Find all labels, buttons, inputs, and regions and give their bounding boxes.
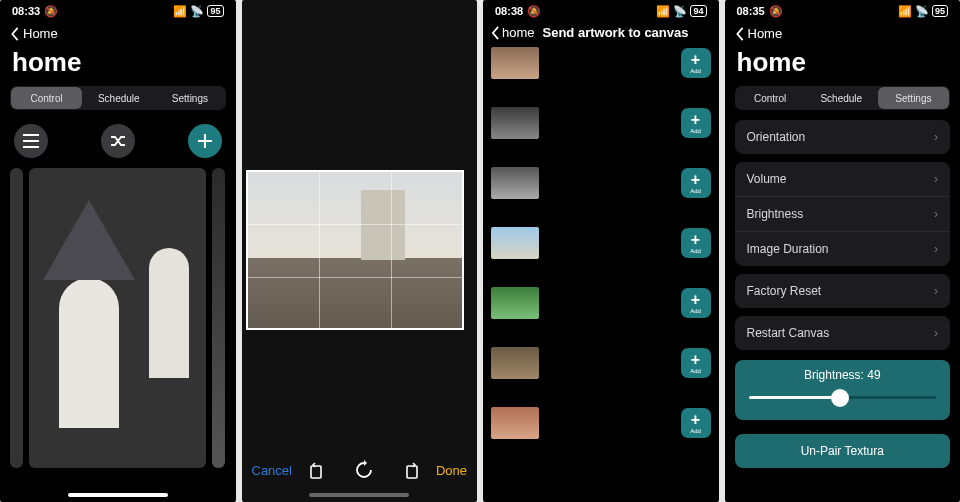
artwork-list[interactable]: +Add +Add +Add +Add +Add +Add +Add bbox=[483, 43, 719, 439]
chevron-right-icon: › bbox=[934, 172, 938, 186]
nav-bar: home Send artwork to canvas bbox=[483, 22, 719, 43]
settings-group-display: Volume› Brightness› Image Duration› bbox=[735, 162, 951, 266]
shuffle-button[interactable] bbox=[101, 124, 135, 158]
add-button[interactable]: +Add bbox=[681, 408, 711, 438]
unpair-button[interactable]: Un-Pair Textura bbox=[735, 434, 951, 468]
artwork-thumb[interactable] bbox=[491, 227, 539, 259]
rotate-left-button[interactable] bbox=[306, 460, 326, 480]
crop-area[interactable] bbox=[242, 170, 478, 330]
svg-rect-3 bbox=[311, 466, 321, 478]
tab-schedule[interactable]: Schedule bbox=[806, 86, 877, 110]
silent-icon: 🔕 bbox=[527, 5, 541, 18]
row-image-duration[interactable]: Image Duration› bbox=[735, 231, 951, 266]
screen-settings: 08:35🔕 📶 📡 95 Home home Control Schedule… bbox=[725, 0, 961, 502]
row-restart[interactable]: Restart Canvas› bbox=[735, 316, 951, 350]
tab-settings[interactable]: Settings bbox=[154, 86, 225, 110]
chevron-right-icon: › bbox=[934, 130, 938, 144]
artwork-row: +Add bbox=[491, 287, 711, 319]
page-title: home bbox=[0, 45, 236, 86]
artwork-thumb[interactable] bbox=[491, 287, 539, 319]
artwork-row: +Add bbox=[491, 47, 711, 79]
plus-icon: + bbox=[691, 353, 700, 367]
status-bar: 08:35🔕 📶 📡 95 bbox=[725, 0, 961, 22]
wifi-icon: 📡 bbox=[190, 5, 204, 18]
artwork-thumb[interactable] bbox=[491, 107, 539, 139]
artwork-row: +Add bbox=[491, 107, 711, 139]
crop-image[interactable] bbox=[246, 170, 464, 330]
brightness-value-label: Brightness: 49 bbox=[749, 368, 937, 382]
add-button[interactable]: +Add bbox=[681, 288, 711, 318]
rotate-right-button[interactable] bbox=[402, 460, 422, 480]
chevron-left-icon bbox=[735, 27, 745, 41]
settings-group-orientation: Orientation› bbox=[735, 120, 951, 154]
silent-icon: 🔕 bbox=[44, 5, 58, 18]
wifi-icon: 📡 bbox=[673, 5, 687, 18]
tab-settings[interactable]: Settings bbox=[878, 87, 949, 109]
gallery-next[interactable] bbox=[212, 168, 225, 468]
screen-control: 08:33🔕 📶 📡 95 Home home Control Schedule… bbox=[0, 0, 236, 502]
svg-point-1 bbox=[23, 140, 25, 142]
screen-crop: Cancel Done bbox=[242, 0, 478, 502]
chevron-right-icon: › bbox=[934, 242, 938, 256]
crop-grid[interactable] bbox=[246, 170, 464, 330]
slider-knob[interactable] bbox=[831, 389, 849, 407]
add-artwork-button[interactable] bbox=[188, 124, 222, 158]
artwork-thumb[interactable] bbox=[491, 407, 539, 439]
row-orientation[interactable]: Orientation› bbox=[735, 120, 951, 154]
add-button[interactable]: +Add bbox=[681, 168, 711, 198]
add-button[interactable]: +Add bbox=[681, 228, 711, 258]
gallery-prev[interactable] bbox=[10, 168, 23, 468]
row-volume[interactable]: Volume› bbox=[735, 162, 951, 196]
add-label: Add bbox=[690, 248, 701, 254]
row-factory-reset[interactable]: Factory Reset› bbox=[735, 274, 951, 308]
crop-toolbar: Cancel Done bbox=[242, 448, 478, 492]
status-bar: 08:33🔕 📶 📡 95 bbox=[0, 0, 236, 22]
cancel-button[interactable]: Cancel bbox=[252, 463, 292, 478]
add-label: Add bbox=[690, 68, 701, 74]
rotate-right-icon bbox=[402, 460, 422, 480]
plus-icon: + bbox=[691, 293, 700, 307]
svg-point-0 bbox=[23, 134, 25, 136]
artwork-thumb[interactable] bbox=[491, 167, 539, 199]
page-title: home bbox=[725, 45, 961, 86]
back-button[interactable]: Home bbox=[0, 22, 236, 45]
add-button[interactable]: +Add bbox=[681, 48, 711, 78]
gallery[interactable] bbox=[0, 168, 236, 468]
signal-icon: 📶 bbox=[898, 5, 912, 18]
reset-button[interactable] bbox=[354, 460, 374, 480]
control-toolbar bbox=[0, 120, 236, 168]
add-label: Add bbox=[690, 188, 701, 194]
artwork-thumb[interactable] bbox=[491, 47, 539, 79]
artwork-row: +Add bbox=[491, 407, 711, 439]
list-icon bbox=[23, 134, 39, 148]
artwork-row: +Add bbox=[491, 167, 711, 199]
battery-icon: 94 bbox=[690, 5, 706, 17]
plus-icon: + bbox=[691, 53, 700, 67]
shuffle-icon bbox=[110, 134, 126, 148]
add-label: Add bbox=[690, 368, 701, 374]
clock: 08:33 bbox=[12, 5, 40, 17]
rotate-left-icon bbox=[306, 460, 326, 480]
plus-icon bbox=[197, 133, 213, 149]
back-button[interactable]: Home bbox=[725, 22, 961, 45]
back-button[interactable]: home bbox=[491, 25, 535, 40]
brightness-slider[interactable] bbox=[749, 388, 937, 406]
done-button[interactable]: Done bbox=[436, 463, 467, 478]
tab-schedule[interactable]: Schedule bbox=[83, 86, 154, 110]
add-label: Add bbox=[690, 128, 701, 134]
tab-control[interactable]: Control bbox=[735, 86, 806, 110]
list-view-button[interactable] bbox=[14, 124, 48, 158]
artwork-row: +Add bbox=[491, 347, 711, 379]
artwork-thumb[interactable] bbox=[491, 347, 539, 379]
plus-icon: + bbox=[691, 173, 700, 187]
back-label: home bbox=[502, 25, 535, 40]
add-button[interactable]: +Add bbox=[681, 348, 711, 378]
add-button[interactable]: +Add bbox=[681, 108, 711, 138]
gallery-current[interactable] bbox=[29, 168, 206, 468]
tab-control[interactable]: Control bbox=[11, 87, 82, 109]
home-indicator[interactable] bbox=[309, 493, 409, 497]
settings-group-restart: Restart Canvas› bbox=[735, 316, 951, 350]
row-brightness[interactable]: Brightness› bbox=[735, 196, 951, 231]
chevron-left-icon bbox=[491, 26, 500, 40]
home-indicator[interactable] bbox=[68, 493, 168, 497]
